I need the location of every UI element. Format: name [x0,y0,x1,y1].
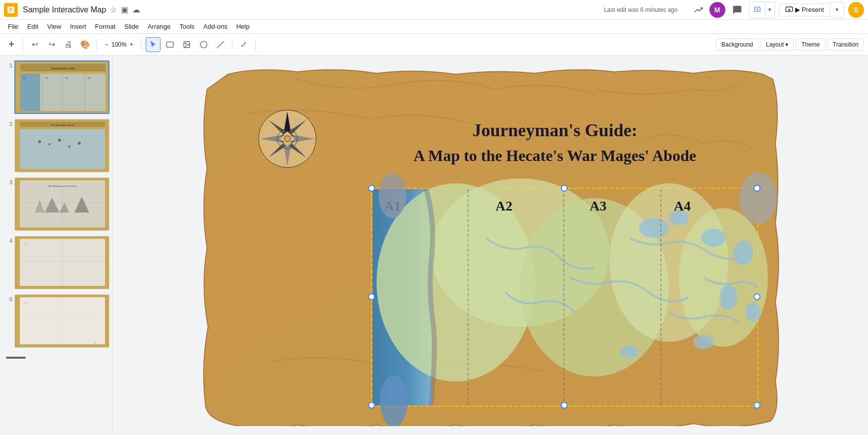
slide-svg: Journeyman's Guide: A Map to the Hecate'… [198,64,783,426]
slide-num-2: 2 [3,119,12,127]
menu-addons[interactable]: Add-ons [200,22,231,31]
svg-point-26 [49,143,51,145]
slide-num-5: 5 [3,294,12,302]
slide-img-4[interactable]: ✦ [14,236,109,289]
user-avatar[interactable]: S [848,2,864,18]
title-icons: ☆ ▣ ☁ [110,5,140,14]
toolbar-separator-3 [141,39,142,51]
svg-rect-80 [369,185,375,191]
svg-text:The Mountains of Desolation: The Mountains of Desolation [48,185,77,187]
slide-num-1: 1 [3,60,12,68]
menu-file[interactable]: File [4,22,22,31]
svg-point-71 [701,229,726,247]
menu-help[interactable]: Help [232,22,254,31]
print-button[interactable]: 🖨 [61,37,76,52]
canvas-area[interactable]: Journeyman's Guide: A Map to the Hecate'… [113,55,868,435]
zoom-value[interactable]: 100% [111,41,127,48]
expand-tool[interactable]: ⤢ [236,37,251,52]
line-tool[interactable] [213,37,228,52]
last-edit-label: Last edit was 6 minutes ago [604,6,678,13]
blue-teardrop [380,376,408,426]
menu-format[interactable]: Format [91,22,119,31]
svg-point-74 [746,302,760,322]
add-slide-icon[interactable] [750,2,765,18]
map-title-line2: A Map to the Hecate's War Mages' Abode [414,147,696,164]
add-dropdown[interactable]: ▼ [765,5,774,14]
shape-tool-2[interactable] [196,37,211,52]
svg-text:A4: A4 [87,77,91,79]
toolbar-separator-5 [255,39,256,51]
svg-rect-87 [754,294,760,300]
slide-thumb-1[interactable]: 1 Journeyman's Guide A1 A2 A3 A4 [2,59,110,115]
svg-line-8 [217,41,223,48]
svg-text:Av: Av [94,341,97,344]
menu-slide[interactable]: Slide [120,22,143,31]
svg-point-72 [733,240,753,265]
main-area: 1 Journeyman's Guide A1 A2 A3 A4 [0,55,868,435]
undo-button[interactable]: ↩ [27,37,42,52]
slide-thumb-4[interactable]: 4 ✦ [2,235,110,290]
slide-img-2[interactable]: The War Mages' Abode [14,119,109,172]
menu-edit[interactable]: Edit [23,22,42,31]
svg-point-6 [185,43,186,44]
slide-thumb-2[interactable]: 2 The War Mages' Abode [2,118,110,173]
layout-button[interactable]: Layout ▾ [760,39,794,51]
slide-thumb-5[interactable]: 5 ✦ Av [2,293,110,349]
zoom-plus[interactable]: + [130,41,133,48]
slide-canvas: Journeyman's Guide: A Map to the Hecate'… [198,64,783,426]
svg-rect-13 [20,74,40,111]
background-button[interactable]: Background [716,39,759,51]
grid-label-a2: A2 [495,198,512,214]
trending-icon[interactable] [692,3,705,17]
svg-rect-4 [166,42,173,47]
svg-point-61 [284,136,290,142]
scroll-indicator [2,355,110,361]
compass-rose [259,110,316,167]
slide-img-3[interactable]: The Mountains of Desolation [14,177,109,231]
present-button[interactable]: ▶ Present [779,3,830,16]
doc-title[interactable]: Sample Interactive Map [23,5,106,14]
toolbar-separator-2 [97,39,97,51]
paint-format-button[interactable]: 🎨 [78,37,93,52]
slide-img-5[interactable]: ✦ Av [14,294,109,348]
transition-button[interactable]: Transition [827,39,864,51]
shape-tool[interactable] [163,37,177,52]
menu-view[interactable]: View [43,22,65,31]
svg-text:A3: A3 [65,77,68,79]
toolbar-right: Background Layout ▾ Theme Transition [716,39,864,51]
svg-rect-85 [561,402,567,408]
toolbar: + ↩ ↪ 🖨 🎨 − 100% + ⤢ Background Layout ▾… [0,34,868,55]
menu-tools[interactable]: Tools [175,22,198,31]
title-right: Last edit was 6 minutes ago M ▼ ▶ Presen… [604,1,864,18]
zoom-minus[interactable]: − [105,41,108,48]
theme-button[interactable]: Theme [796,39,825,51]
menu-insert[interactable]: Insert [66,22,90,31]
title-bar: Sample Interactive Map ☆ ▣ ☁ Last edit w… [0,0,868,20]
menu-arrange[interactable]: Arrange [144,22,174,31]
svg-text:The War Mages' Abode: The War Mages' Abode [51,124,75,126]
redo-button[interactable]: ↪ [44,37,59,52]
present-dropdown[interactable]: ▼ [830,2,844,18]
svg-point-27 [58,139,61,142]
slide-panel[interactable]: 1 Journeyman's Guide A1 A2 A3 A4 [0,55,113,435]
svg-rect-84 [561,185,567,191]
cloud-icon[interactable]: ☁ [132,5,140,14]
image-tool[interactable] [179,37,194,52]
cursor-tool[interactable] [146,37,161,52]
app-icon [4,3,18,17]
slide-thumb-3[interactable]: 3 The Mountains of Desolation [2,176,110,232]
map-title-line1: Journeyman's Guide: [472,120,637,140]
svg-point-73 [719,285,737,310]
grid-label-a4: A4 [674,198,691,214]
slide-img-1[interactable]: Journeyman's Guide A1 A2 A3 A4 [14,60,109,114]
svg-point-25 [38,140,41,143]
star-icon[interactable]: ☆ [110,5,117,14]
m-avatar[interactable]: M [709,2,725,18]
add-button[interactable]: + [4,37,19,52]
folder-icon[interactable]: ▣ [121,5,128,14]
svg-rect-83 [754,402,760,408]
grid-label-a3: A3 [590,198,606,214]
comment-icon[interactable] [729,2,745,18]
svg-rect-86 [369,294,375,300]
zoom-control[interactable]: − 100% + [101,39,137,50]
